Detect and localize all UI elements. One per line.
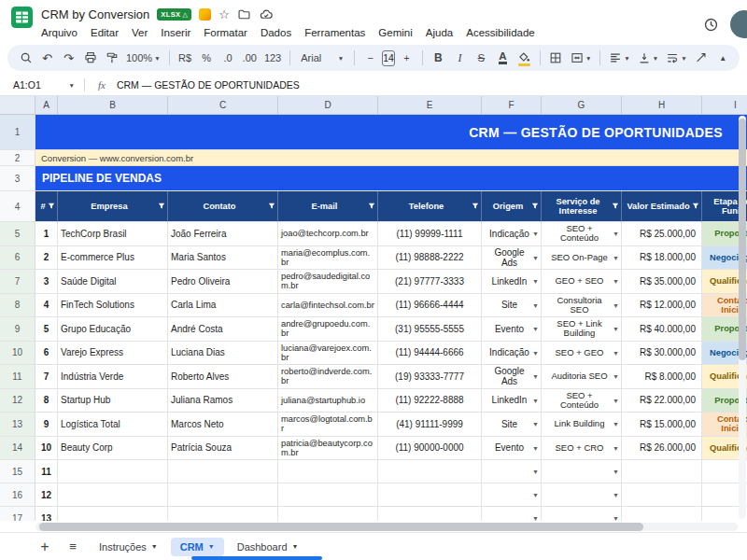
cell-telefone[interactable]: (11) 99999-1111 bbox=[378, 222, 482, 246]
menu-dados[interactable]: Dados bbox=[254, 25, 298, 40]
cell-email[interactable]: patricia@beautycorp.com.br bbox=[278, 437, 378, 461]
column-header-H[interactable]: H bbox=[622, 96, 702, 115]
add-sheet-button[interactable]: + bbox=[34, 539, 56, 554]
dropdown-icon[interactable]: ▼ bbox=[532, 254, 539, 260]
filter-icon[interactable] bbox=[612, 203, 619, 210]
row-header[interactable]: 8 bbox=[0, 294, 35, 318]
cell-n[interactable]: 8 bbox=[35, 389, 58, 413]
cell-empresa[interactable] bbox=[58, 483, 168, 507]
dropdown-icon[interactable]: ▼ bbox=[613, 254, 619, 260]
dropdown-icon[interactable]: ▼ bbox=[613, 492, 619, 498]
dropdown-icon[interactable]: ▼ bbox=[532, 469, 539, 475]
dropdown-icon[interactable]: ▼ bbox=[613, 421, 619, 427]
avatar[interactable] bbox=[730, 10, 747, 38]
cell-telefone[interactable]: (41) 91111-9999 bbox=[378, 413, 482, 437]
tab-dashboard[interactable]: Dashboard▼ bbox=[228, 538, 308, 556]
row-header[interactable]: 2 bbox=[0, 150, 35, 166]
cell-email[interactable]: maria@ecomplus.com.br bbox=[278, 246, 378, 271]
cell-empresa[interactable]: E-commerce Plus bbox=[58, 246, 168, 271]
filter-icon[interactable] bbox=[472, 203, 479, 210]
dropdown-icon[interactable]: ▼ bbox=[613, 373, 619, 380]
cell-servico[interactable]: SEO On-Page▼ bbox=[542, 246, 622, 271]
horizontal-scrollbar[interactable] bbox=[35, 523, 738, 531]
merge-cells-button[interactable]: ▼ bbox=[568, 48, 594, 68]
cell-servico[interactable]: SEO + Conteúdo▼ bbox=[542, 222, 622, 246]
menu-acessibilidade[interactable]: Acessibilidade bbox=[459, 25, 542, 40]
cell-n[interactable]: 10 bbox=[35, 437, 58, 461]
cell-servico[interactable]: SEO + Conteúdo▼ bbox=[542, 389, 622, 413]
borders-button[interactable] bbox=[546, 48, 566, 68]
table-header-e-mail[interactable]: E-mail bbox=[278, 191, 378, 222]
dropdown-icon[interactable]: ▼ bbox=[532, 373, 539, 380]
bold-button[interactable]: B bbox=[429, 48, 448, 68]
cell-valor[interactable] bbox=[622, 483, 702, 507]
cell-empresa[interactable]: TechCorp Brasil bbox=[58, 222, 168, 246]
vertical-align-button[interactable]: ▼ bbox=[635, 48, 661, 68]
cell-n[interactable]: 5 bbox=[35, 317, 58, 342]
row-header[interactable]: 5 bbox=[0, 222, 35, 246]
dropdown-icon[interactable]: ▼ bbox=[613, 278, 619, 285]
dropdown-icon[interactable]: ▼ bbox=[613, 469, 619, 475]
table-header-servic-o-de-interesse[interactable]: Serviço de Interesse bbox=[542, 191, 622, 222]
filter-icon[interactable] bbox=[268, 203, 275, 210]
menu-ajuda[interactable]: Ajuda bbox=[419, 25, 459, 40]
formula-input[interactable]: CRM — GESTÃO DE OPORTUNIDADES bbox=[117, 79, 300, 91]
cell-origem[interactable]: ▼ bbox=[482, 460, 542, 483]
banner-cell[interactable]: CRM — GESTÃO DE OPORTUNIDADES bbox=[35, 115, 747, 150]
dropdown-icon[interactable]: ▼ bbox=[613, 444, 619, 451]
row-header[interactable]: 16 bbox=[0, 483, 35, 507]
font-size-increase-button[interactable]: + bbox=[397, 48, 416, 68]
cell-empresa[interactable]: Varejo Express bbox=[58, 342, 168, 366]
italic-button[interactable]: I bbox=[450, 48, 470, 68]
star-icon[interactable]: ☆ bbox=[218, 8, 230, 21]
cell-empresa[interactable]: Grupo Educação bbox=[58, 317, 168, 342]
filter-icon[interactable] bbox=[692, 203, 699, 210]
menu-editar[interactable]: Editar bbox=[84, 25, 125, 40]
cell-telefone[interactable]: (11) 94444-6666 bbox=[378, 342, 482, 366]
cell-contato[interactable]: Pedro Oliveira bbox=[168, 270, 278, 294]
history-icon[interactable] bbox=[703, 17, 719, 33]
row-header[interactable]: 17 bbox=[0, 507, 35, 521]
text-rotate-button[interactable] bbox=[692, 48, 712, 68]
table-header-contato[interactable]: Contato bbox=[168, 191, 278, 222]
vertical-scroll-thumb[interactable] bbox=[739, 119, 746, 360]
dropdown-icon[interactable]: ▼ bbox=[532, 444, 539, 451]
cell-origem[interactable]: ▼ bbox=[482, 483, 542, 507]
cell-email[interactable] bbox=[278, 507, 378, 521]
cell-origem[interactable]: LinkedIn▼ bbox=[482, 389, 542, 413]
cell-email[interactable]: luciana@varejoex.com.br bbox=[278, 342, 378, 366]
font-size-input[interactable]: 14 bbox=[382, 50, 395, 66]
cell-contato[interactable]: Patrícia Souza bbox=[168, 437, 278, 461]
move-folder-icon[interactable] bbox=[237, 7, 251, 21]
cell-valor[interactable]: R$ 40.000,00 bbox=[622, 317, 702, 342]
cell-telefone[interactable]: (21) 97777-3333 bbox=[378, 270, 482, 294]
cell-email[interactable]: pedro@saudedigital.com.br bbox=[278, 270, 378, 294]
dropdown-icon[interactable]: ▼ bbox=[532, 301, 539, 308]
row-header[interactable]: 1 bbox=[0, 115, 35, 150]
dropdown-icon[interactable]: ▼ bbox=[613, 301, 619, 308]
cell-contato[interactable]: Maria Santos bbox=[168, 246, 278, 271]
dropdown-icon[interactable]: ▼ bbox=[532, 278, 539, 285]
addon-icon[interactable] bbox=[199, 8, 211, 21]
row-header[interactable]: 14 bbox=[0, 437, 35, 461]
cell-origem[interactable]: Evento▼ bbox=[482, 317, 542, 342]
menu-arquivo[interactable]: Arquivo bbox=[35, 25, 84, 40]
font-select[interactable]: Arial▼ bbox=[296, 48, 348, 68]
cell-telefone[interactable] bbox=[378, 507, 482, 521]
filter-icon[interactable] bbox=[368, 203, 375, 210]
column-header-G[interactable]: G bbox=[542, 96, 622, 115]
cell-empresa[interactable]: Beauty Corp bbox=[58, 437, 168, 461]
row-header[interactable]: 15 bbox=[0, 460, 35, 483]
row-header[interactable]: 6 bbox=[0, 246, 35, 271]
column-header-F[interactable]: F bbox=[482, 96, 542, 115]
cell-contato[interactable]: Juliana Ramos bbox=[168, 389, 278, 413]
cell-telefone[interactable]: (31) 95555-5555 bbox=[378, 317, 482, 342]
cell-valor[interactable]: R$ 15.000,00 bbox=[622, 413, 702, 437]
column-header-A[interactable]: A bbox=[35, 96, 58, 115]
row-header[interactable]: 4 bbox=[0, 191, 35, 222]
cell-n[interactable]: 12 bbox=[35, 483, 58, 507]
cell-contato[interactable]: Luciana Dias bbox=[168, 342, 278, 366]
all-sheets-button[interactable]: ≡ bbox=[62, 540, 84, 553]
cell-n[interactable]: 3 bbox=[35, 270, 58, 294]
cell-email[interactable]: marcos@logtotal.com.br bbox=[278, 413, 378, 437]
